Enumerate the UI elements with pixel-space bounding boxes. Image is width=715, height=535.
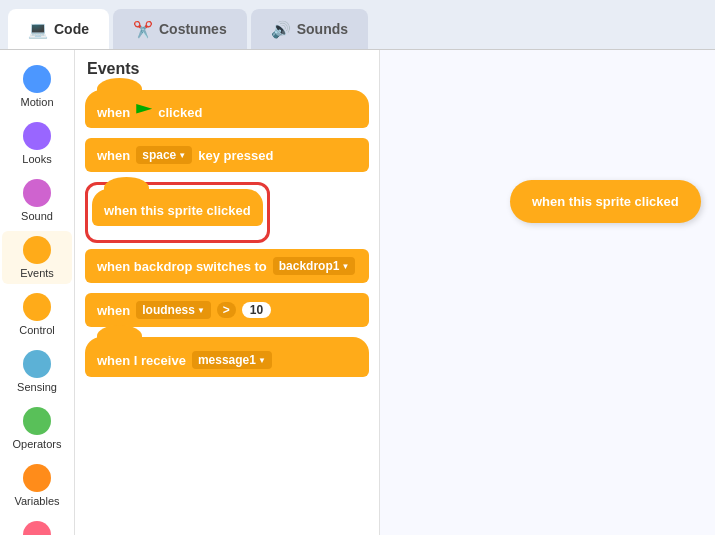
workspace-sprite-clicked-block[interactable]: when this sprite clicked [510, 180, 701, 223]
loudness-value[interactable]: 10 [242, 302, 271, 318]
sidebar-item-sound[interactable]: Sound [2, 174, 72, 227]
category-sidebar: Motion Looks Sound Events Control Sensin… [0, 50, 75, 535]
receive-prefix-text: when I receive [97, 353, 186, 368]
sidebar-item-sensing[interactable]: Sensing [2, 345, 72, 398]
when-receive-container: when I receive message1 [85, 337, 369, 377]
sidebar-item-variables[interactable]: Variables [2, 459, 72, 512]
message-dropdown[interactable]: message1 [192, 351, 272, 369]
flag-icon [136, 104, 152, 120]
when-backdrop-container: when backdrop switches to backdrop1 [85, 249, 369, 283]
backdrop-prefix-text: when backdrop switches to [97, 259, 267, 274]
sidebar-item-motion[interactable]: Motion [2, 60, 72, 113]
loudness-when-text: when [97, 303, 130, 318]
sensing-dot [23, 350, 51, 378]
myblocks-dot [23, 521, 51, 535]
key-dropdown[interactable]: space [136, 146, 192, 164]
when-flag-clicked-block[interactable]: when clicked [85, 90, 369, 128]
workspace-block-text: when this sprite clicked [532, 194, 679, 209]
when-key-pressed-container: when space key pressed [85, 138, 369, 172]
tab-costumes[interactable]: ✂️ Costumes [113, 9, 247, 49]
events-dot [23, 236, 51, 264]
looks-dot [23, 122, 51, 150]
backdrop-dropdown[interactable]: backdrop1 [273, 257, 356, 275]
sprite-clicked-text: when this sprite clicked [104, 203, 251, 218]
when-receive-block[interactable]: when I receive message1 [85, 337, 369, 377]
tab-sounds[interactable]: 🔊 Sounds [251, 9, 368, 49]
sidebar-item-events[interactable]: Events [2, 231, 72, 284]
operators-dot [23, 407, 51, 435]
code-workspace[interactable]: when this sprite clicked [380, 50, 715, 535]
when-key-text: when [97, 148, 130, 163]
sidebar-item-control[interactable]: Control [2, 288, 72, 341]
sound-dot [23, 179, 51, 207]
when-flag-text: when [97, 105, 130, 120]
sidebar-item-operators[interactable]: Operators [2, 402, 72, 455]
loudness-dropdown[interactable]: loudness [136, 301, 211, 319]
clicked-text: clicked [158, 105, 202, 120]
events-label: Events [20, 267, 54, 279]
control-label: Control [19, 324, 54, 336]
code-icon: 💻 [28, 20, 48, 39]
motion-dot [23, 65, 51, 93]
sidebar-item-looks[interactable]: Looks [2, 117, 72, 170]
when-sprite-clicked-block[interactable]: when this sprite clicked [92, 189, 263, 226]
block-panel: Events when clicked when space key press… [75, 50, 380, 535]
when-loudness-container: when loudness > 10 [85, 293, 369, 327]
control-dot [23, 293, 51, 321]
when-backdrop-block[interactable]: when backdrop switches to backdrop1 [85, 249, 369, 283]
tab-costumes-label: Costumes [159, 21, 227, 37]
costumes-icon: ✂️ [133, 20, 153, 39]
panel-title: Events [85, 60, 369, 78]
gt-operator: > [217, 302, 236, 318]
when-flag-block-container: when clicked [85, 90, 369, 128]
tab-sounds-label: Sounds [297, 21, 348, 37]
sidebar-item-myblocks[interactable]: My Blocks [2, 516, 72, 535]
sounds-icon: 🔊 [271, 20, 291, 39]
when-sprite-clicked-selected-wrapper: when this sprite clicked [85, 182, 270, 243]
tab-bar: 💻 Code ✂️ Costumes 🔊 Sounds [0, 0, 715, 50]
variables-label: Variables [14, 495, 59, 507]
looks-label: Looks [22, 153, 51, 165]
tab-code-label: Code [54, 21, 89, 37]
when-loudness-block[interactable]: when loudness > 10 [85, 293, 369, 327]
tab-code[interactable]: 💻 Code [8, 9, 109, 49]
when-key-pressed-block[interactable]: when space key pressed [85, 138, 369, 172]
key-pressed-text: key pressed [198, 148, 273, 163]
variables-dot [23, 464, 51, 492]
motion-label: Motion [20, 96, 53, 108]
sensing-label: Sensing [17, 381, 57, 393]
sound-label: Sound [21, 210, 53, 222]
main-layout: Motion Looks Sound Events Control Sensin… [0, 50, 715, 535]
operators-label: Operators [13, 438, 62, 450]
